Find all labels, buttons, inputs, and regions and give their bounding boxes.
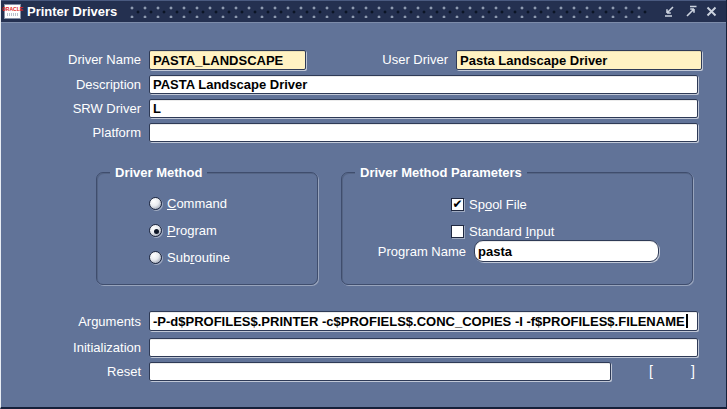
titlebar-pattern [129, 5, 649, 18]
oracle-logo-subline [7, 13, 18, 16]
description-field[interactable]: PASTA Landscape Driver [149, 75, 698, 94]
oracle-logo-text: ORACLE [2, 7, 23, 12]
printer-drivers-window: ORACLE Printer Drivers Driver Name PASTA… [0, 0, 727, 409]
user-driver-value: Pasta Landscape Driver [460, 53, 607, 68]
radio-subroutine-label[interactable]: Subroutine [167, 250, 230, 265]
flexfield-close-bracket[interactable]: ] [691, 362, 695, 381]
checkbox-standard-input-label[interactable]: Standard Input [469, 224, 554, 239]
checkbox-standard-input[interactable] [451, 225, 464, 238]
driver-name-field[interactable]: PASTA_LANDSCAPE [149, 50, 306, 70]
driver-method-parameters-group-title: Driver Method Parameters [355, 164, 527, 181]
radio-subroutine[interactable] [149, 251, 162, 264]
user-driver-label: User Driver [331, 51, 448, 69]
user-driver-field[interactable]: Pasta Landscape Driver [456, 50, 702, 70]
driver-name-label: Driver Name [1, 51, 141, 69]
description-value: PASTA Landscape Driver [153, 77, 307, 92]
close-icon [704, 4, 719, 19]
platform-field[interactable] [149, 123, 698, 142]
description-label: Description [1, 76, 141, 94]
text-caret [686, 314, 688, 328]
program-name-field[interactable]: pasta [474, 240, 659, 262]
radio-command-label[interactable]: Command [167, 196, 227, 211]
initialization-field[interactable] [149, 338, 698, 357]
checkbox-spool-file-label[interactable]: Spool File [469, 197, 527, 212]
program-name-label: Program Name [331, 243, 466, 261]
checkbox-spool-file[interactable] [451, 198, 464, 211]
reset-label: Reset [1, 363, 141, 381]
radio-command[interactable] [149, 197, 162, 210]
srw-driver-value: L [153, 101, 161, 116]
arguments-value: -P-d$PROFILES$.PRINTER -c$PROFIELS$.CONC… [153, 314, 685, 329]
form-canvas: Driver Name PASTA_LANDSCAPE User Driver … [1, 22, 726, 407]
driver-method-group-title: Driver Method [110, 164, 207, 181]
srw-driver-label: SRW Driver [1, 100, 141, 118]
program-name-value: pasta [478, 244, 512, 259]
platform-label: Platform [1, 124, 141, 142]
srw-driver-field[interactable]: L [149, 99, 698, 118]
reset-field[interactable] [149, 362, 611, 381]
arguments-label: Arguments [1, 313, 141, 331]
maximize-icon [683, 4, 698, 19]
radio-program[interactable] [149, 224, 162, 237]
radio-program-label[interactable]: Program [167, 223, 217, 238]
flexfield-open-bracket[interactable]: [ [649, 362, 653, 381]
restore-down-icon [662, 4, 677, 19]
oracle-logo-icon[interactable]: ORACLE [4, 4, 21, 19]
window-title: Printer Drivers [27, 4, 117, 19]
driver-name-value: PASTA_LANDSCAPE [153, 53, 283, 68]
close-button[interactable] [701, 3, 722, 21]
maximize-button[interactable] [680, 3, 701, 21]
restore-down-button[interactable] [659, 3, 680, 21]
initialization-label: Initialization [1, 339, 141, 357]
titlebar[interactable]: ORACLE Printer Drivers [1, 0, 726, 22]
arguments-field[interactable]: -P-d$PROFILES$.PRINTER -c$PROFIELS$.CONC… [149, 311, 698, 331]
